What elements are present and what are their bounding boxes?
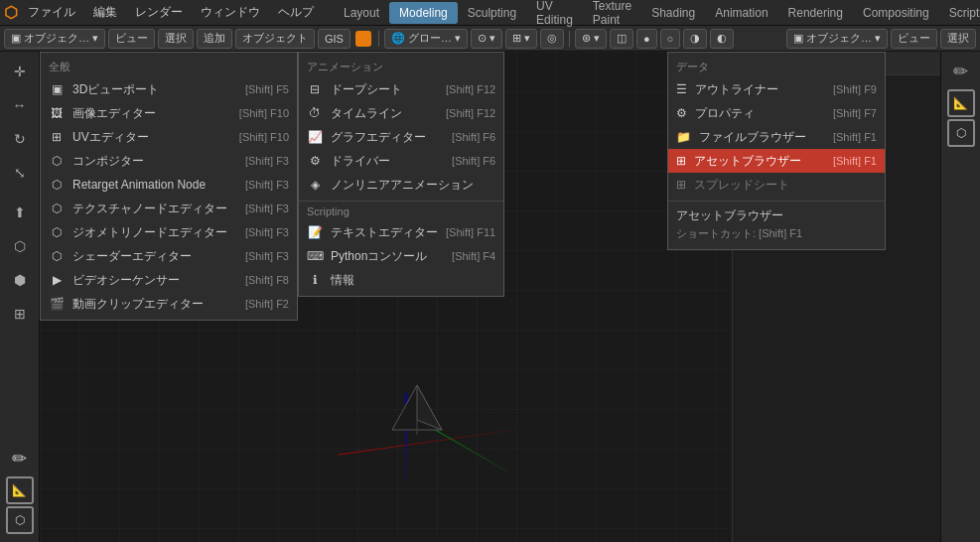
- main-area: ✛ ↔ ↻ ⤡ ⬆ ⬡ ⬢ ⊞ ✏ 📐 ⬡: [0, 52, 980, 542]
- menu-item-video-seq[interactable]: ▶ ビデオシーケンサー [Shift] F8: [41, 268, 297, 292]
- pivot-btn[interactable]: ⊙ ▾: [471, 29, 502, 49]
- chevron2-icon: ▾: [490, 32, 495, 45]
- tab-texture[interactable]: Texture Paint: [583, 2, 641, 24]
- left-tool-scale[interactable]: ⤡: [4, 157, 36, 189]
- menu-item-graph-editor[interactable]: 📈 グラフエディター [Shift] F6: [299, 125, 503, 149]
- blender-logo: ⬡: [4, 3, 18, 22]
- tab-rendering[interactable]: Rendering: [778, 2, 853, 24]
- right-view-btn[interactable]: ビュー: [891, 29, 937, 49]
- proportional-btn[interactable]: ◎: [540, 29, 564, 49]
- menu-item-text-editor[interactable]: 📝 テキストエディター [Shift] F11: [299, 220, 503, 244]
- menu-item-image-editor[interactable]: 🖼 画像エディター [Shift] F10: [41, 101, 297, 125]
- right-toolbar: ✏ 📐 ⬡: [940, 52, 980, 542]
- menu-item-timeline[interactable]: ⏱ タイムライン [Shift] F12: [299, 101, 503, 125]
- left-tool-loop[interactable]: ⊞: [4, 298, 36, 330]
- menu-item-asset-browser[interactable]: ⊞ アセットブラウザー [Shift] F1: [668, 149, 885, 173]
- tab-layout[interactable]: Layout: [334, 2, 389, 24]
- menu-item-shader-editor[interactable]: ⬡ シェーダーエディター [Shift] F3: [41, 244, 297, 268]
- menu-item-dopesheet[interactable]: ⊟ ドープシート [Shift] F12: [299, 77, 503, 101]
- menu-edit[interactable]: 編集: [85, 2, 125, 24]
- snap-chevron-icon: ▾: [524, 32, 530, 45]
- separator-2: [569, 31, 570, 47]
- xray-btn[interactable]: ◫: [610, 29, 633, 49]
- menu-item-texture-node[interactable]: ⬡ テクスチャノードエディター [Shift] F3: [41, 197, 297, 220]
- clip-editor-icon: 🎬: [49, 296, 65, 312]
- menu-item-nla[interactable]: ◈ ノンリニアアニメーション: [299, 173, 503, 197]
- left-tool-annotate[interactable]: ✏: [4, 443, 36, 474]
- tab-animation[interactable]: Animation: [705, 2, 777, 24]
- shading-wire-btn[interactable]: ○: [660, 29, 681, 49]
- timeline-icon: ⏱: [307, 105, 323, 121]
- gis-btn[interactable]: GIS: [318, 29, 350, 49]
- right-tool-annotate[interactable]: ✏: [945, 56, 977, 87]
- menu-item-drivers[interactable]: ⚙ ドライバー [Shift] F6: [299, 149, 503, 173]
- chevron-icon: ▾: [92, 32, 98, 45]
- overlay-chevron-icon: ▾: [594, 32, 600, 45]
- menu-render[interactable]: レンダー: [127, 2, 191, 24]
- tab-modeling[interactable]: Modeling: [389, 2, 458, 24]
- left-tool-rotate[interactable]: ↻: [4, 123, 36, 155]
- transform-btn[interactable]: 🌐 グロー… ▾: [384, 29, 468, 49]
- object-mode-btn[interactable]: ▣ オブジェク… ▾: [4, 29, 105, 49]
- render-icon: ◑: [690, 32, 700, 45]
- menu-item-retarget[interactable]: ⬡ Retarget Animation Node [Shift] F3: [41, 173, 297, 197]
- left-tool-move[interactable]: ↔: [4, 89, 36, 121]
- menu-item-file-browser[interactable]: 📁 ファイルブラウザー [Shift] F1: [668, 125, 885, 149]
- solid-icon: ●: [643, 33, 650, 45]
- uv-editor-icon: ⊞: [49, 129, 65, 145]
- video-seq-icon: ▶: [49, 272, 65, 288]
- right-chevron-icon: ▾: [875, 32, 881, 45]
- 3dviewport-icon: ▣: [49, 81, 65, 97]
- add-menu-btn[interactable]: 追加: [197, 29, 232, 49]
- overlay-icon: ⊛: [582, 32, 591, 45]
- select-menu-btn[interactable]: 選択: [158, 29, 194, 49]
- right-select-btn[interactable]: 選択: [940, 29, 976, 49]
- tab-scripting[interactable]: Scripting…: [939, 2, 980, 24]
- compositor-icon: ⬡: [49, 153, 65, 169]
- drivers-icon: ⚙: [307, 153, 323, 169]
- shading-solid-btn[interactable]: ●: [636, 29, 657, 49]
- editor-type-dropdown: 全般 ▣ 3Dビューポート [Shift] F5 🖼 画像エディター [Shif…: [40, 52, 298, 321]
- tab-shading[interactable]: Shading: [641, 2, 705, 24]
- left-tool-extrude[interactable]: ⬆: [4, 197, 36, 228]
- nla-icon: ◈: [307, 177, 323, 193]
- right-object-mode-btn[interactable]: ▣ オブジェク… ▾: [786, 29, 888, 49]
- snap-btn[interactable]: ⊞ ▾: [505, 29, 537, 49]
- left-tool-cursor[interactable]: ✛: [4, 56, 36, 87]
- menu-item-3dviewport[interactable]: ▣ 3Dビューポート [Shift] F5: [41, 77, 297, 101]
- data-dropdown: データ ☰ アウトライナー [Shift] F9 ⚙ プロパティ [Shift]…: [667, 52, 886, 250]
- menu-item-spreadsheet-partial[interactable]: ⊞ スプレッドシート: [668, 173, 885, 197]
- tab-sculpting[interactable]: Sculpting: [458, 2, 526, 24]
- shading-render-btn[interactable]: ◑: [683, 29, 707, 49]
- menu-item-geometry-node[interactable]: ⬡ ジオメトリノードエディター [Shift] F3: [41, 220, 297, 244]
- menu-item-clip-editor[interactable]: 🎬 動画クリップエディター [Shift] F2: [41, 292, 297, 316]
- left-tool-measure[interactable]: 📐: [6, 476, 34, 504]
- tooltip-shortcut: ショートカット: [Shift] F1: [676, 226, 877, 241]
- object-menu-btn[interactable]: オブジェクト: [235, 29, 315, 49]
- menu-item-outliner[interactable]: ☰ アウトライナー [Shift] F9: [668, 77, 885, 101]
- asset-shortcut: [Shift] F1: [833, 155, 877, 167]
- left-tool-inset[interactable]: ⬡: [4, 230, 36, 262]
- wire-icon: ○: [667, 33, 674, 45]
- menu-item-python-console[interactable]: ⌨ Pythonコンソール [Shift] F4: [299, 244, 503, 268]
- view-menu-btn[interactable]: ビュー: [108, 29, 155, 49]
- left-tool-transform[interactable]: ⬡: [6, 506, 34, 534]
- global-icon: 🌐: [391, 32, 405, 45]
- tab-uv[interactable]: UV Editing: [526, 2, 583, 24]
- top-menubar: ⬡ ファイル 編集 レンダー ウィンドウ ヘルプ Layout Modeling…: [0, 0, 980, 26]
- menu-file[interactable]: ファイル: [20, 2, 83, 24]
- right-mode-icon: ▣: [793, 32, 803, 45]
- xray-icon: ◫: [617, 32, 627, 45]
- tab-compositing[interactable]: Compositing: [853, 2, 939, 24]
- right-tool-measure[interactable]: 📐: [947, 89, 975, 117]
- menu-item-info[interactable]: ℹ 情報: [299, 268, 503, 292]
- menu-help[interactable]: ヘルプ: [270, 2, 322, 24]
- left-tool-bevel[interactable]: ⬢: [4, 264, 36, 296]
- right-tool-transform[interactable]: ⬡: [947, 119, 975, 147]
- menu-item-properties[interactable]: ⚙ プロパティ [Shift] F7: [668, 101, 885, 125]
- overlay-btn[interactable]: ⊛ ▾: [575, 29, 607, 49]
- menu-window[interactable]: ウィンドウ: [193, 2, 268, 24]
- menu-item-uv-editor[interactable]: ⊞ UVエディター [Shift] F10: [41, 125, 297, 149]
- shading-mat-btn[interactable]: ◐: [710, 29, 734, 49]
- menu-item-compositor[interactable]: ⬡ コンポジター [Shift] F3: [41, 149, 297, 173]
